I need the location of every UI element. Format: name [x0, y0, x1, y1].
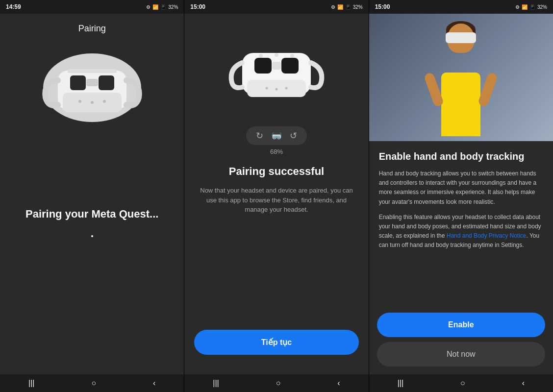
vr-headset-image-2	[227, 33, 326, 112]
battery-3: 32%	[537, 4, 547, 10]
controller-right-icon: ↺	[290, 130, 297, 141]
signal-icon-2: 📱	[345, 4, 351, 10]
status-bar-1: 14:59 ⚙ 📶 📱 32%	[0, 0, 184, 14]
wifi-icon: 📶	[152, 4, 158, 10]
svg-point-9	[103, 100, 106, 103]
headset-svg-1	[38, 44, 146, 132]
controller-left-icon: ↻	[256, 130, 263, 141]
status-bar-2: 15:00 ⚙ 📶 📱 32%	[184, 0, 368, 14]
svg-point-20	[285, 87, 287, 90]
svg-point-16	[275, 53, 278, 57]
avatar-vr-headset	[446, 32, 476, 43]
notification-icon-3: ⚙	[515, 4, 520, 10]
svg-point-18	[265, 87, 268, 90]
notification-icon: ⚙	[146, 4, 151, 10]
signal-icon-3: 📱	[529, 4, 535, 10]
success-content: ↻ 🥽 ↺ 68% Pairing successful Now that yo…	[184, 14, 368, 374]
wifi-icon-2: 📶	[337, 4, 343, 10]
device-icons: ↻ 🥽 ↺	[246, 126, 307, 145]
time-3: 15:00	[375, 3, 390, 10]
nav-home-1[interactable]: ○	[91, 379, 96, 388]
status-icons-1: ⚙ 📶 📱 32%	[146, 4, 178, 10]
pairing-content: Pairing	[0, 14, 184, 374]
nav-menu-3[interactable]: |||	[398, 379, 403, 388]
text-section: Enable hand and body tracking Hand and b…	[369, 141, 553, 307]
battery-section: ↻ 🥽 ↺ 68%	[246, 126, 307, 155]
battery-1: 32%	[168, 4, 178, 10]
time-1: 14:59	[6, 3, 21, 10]
svg-rect-13	[281, 58, 299, 74]
svg-rect-14	[272, 62, 281, 70]
privacy-link[interactable]: Hand and Body Privacy Notice	[447, 232, 527, 239]
svg-rect-12	[254, 58, 272, 74]
enable-button[interactable]: Enable	[377, 313, 545, 337]
pairing-status-text: Pairing your Meta Quest...	[25, 208, 158, 220]
nav-bar-3: ||| ○ ‹	[369, 374, 553, 392]
tracking-description-2: Enabling this feature allows your headse…	[379, 213, 543, 250]
wifi-icon-3: 📶	[522, 4, 528, 10]
svg-point-19	[275, 88, 277, 91]
tracking-description-1: Hand and body tracking allows you to swi…	[379, 169, 543, 207]
time-2: 15:00	[190, 3, 205, 10]
svg-point-7	[78, 100, 81, 103]
battery-2: 32%	[353, 4, 363, 10]
status-icons-3: ⚙ 📶 📱 32%	[515, 4, 547, 10]
avatar-arm-right	[478, 72, 499, 108]
continue-button[interactable]: Tiếp tục	[194, 330, 358, 355]
nav-home-2[interactable]: ○	[276, 379, 281, 388]
svg-rect-3	[70, 75, 86, 90]
nav-bar-1: ||| ○ ‹	[0, 374, 184, 392]
success-description: Now that your headset and device are pai…	[194, 186, 358, 215]
nav-back-3[interactable]: ‹	[522, 379, 525, 388]
nav-back-1[interactable]: ‹	[153, 379, 155, 388]
nav-menu-1[interactable]: |||	[28, 379, 34, 388]
nav-home-3[interactable]: ○	[460, 379, 465, 388]
nav-bar-2: ||| ○ ‹	[184, 374, 368, 392]
loading-indicator	[91, 235, 93, 237]
tracking-content: Enable hand and body tracking Hand and b…	[369, 14, 553, 374]
status-bar-3: 15:00 ⚙ 📶 📱 32%	[369, 0, 553, 14]
svg-rect-5	[86, 79, 98, 86]
success-title: Pairing successful	[229, 165, 324, 178]
vr-headset-image-1	[38, 44, 146, 132]
svg-rect-6	[68, 69, 117, 73]
status-icons-2: ⚙ 📶 📱 32%	[331, 4, 363, 10]
avatar-background	[369, 14, 553, 141]
svg-point-8	[91, 101, 94, 104]
svg-point-17	[290, 54, 294, 58]
avatar-section	[369, 14, 553, 141]
headset-icon: 🥽	[271, 130, 282, 141]
avatar-figure	[427, 19, 495, 136]
signal-icon: 📱	[160, 4, 166, 10]
nav-back-2[interactable]: ‹	[337, 379, 340, 388]
svg-rect-4	[99, 75, 114, 90]
screen-pairing: 14:59 ⚙ 📶 📱 32% Pairing	[0, 0, 184, 392]
notnow-button[interactable]: Not now	[377, 342, 545, 367]
svg-point-15	[259, 54, 263, 58]
headset-svg-2	[227, 33, 326, 112]
screen-tracking: 15:00 ⚙ 📶 📱 32% Enable	[369, 0, 553, 392]
notification-icon-2: ⚙	[331, 4, 335, 10]
action-buttons: Enable Not now	[369, 307, 553, 374]
screen-pairing-success: 15:00 ⚙ 📶 📱 32%	[184, 0, 369, 392]
battery-percentage: 68%	[270, 148, 283, 155]
avatar-body	[441, 73, 480, 136]
pairing-screen-title: Pairing	[78, 24, 106, 34]
nav-menu-2[interactable]: |||	[213, 379, 219, 388]
tracking-title: Enable hand and body tracking	[379, 151, 543, 162]
